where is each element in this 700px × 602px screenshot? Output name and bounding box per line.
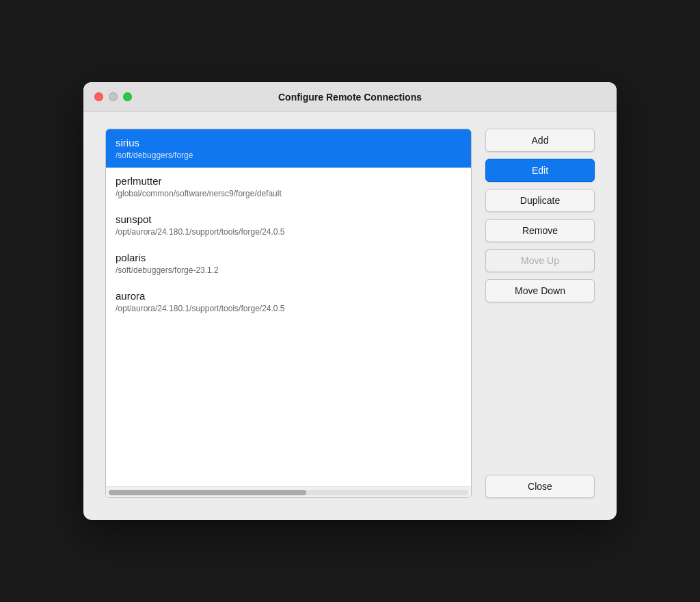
connection-name: perlmutter bbox=[116, 174, 461, 188]
list-item[interactable]: sirius /soft/debuggers/forge bbox=[106, 129, 471, 168]
connection-path: /opt/aurora/24.180.1/support/tools/forge… bbox=[116, 304, 461, 315]
scrollbar-track bbox=[109, 490, 468, 495]
duplicate-button[interactable]: Duplicate bbox=[485, 189, 595, 212]
move-up-button[interactable]: Move Up bbox=[485, 249, 595, 272]
configure-remote-connections-window: Configure Remote Connections sirius /sof… bbox=[83, 82, 617, 520]
connection-path: /global/common/software/nersc9/forge/def… bbox=[116, 189, 461, 200]
list-item[interactable]: polaris /soft/debuggers/forge-23.1.2 bbox=[106, 244, 471, 283]
minimize-window-button[interactable] bbox=[109, 92, 118, 101]
add-button[interactable]: Add bbox=[485, 129, 595, 152]
horizontal-scrollbar[interactable] bbox=[106, 486, 471, 497]
list-item[interactable]: aurora /opt/aurora/24.180.1/support/tool… bbox=[106, 283, 471, 321]
list-item[interactable]: perlmutter /global/common/software/nersc… bbox=[106, 168, 471, 206]
button-spacer bbox=[485, 309, 595, 468]
connections-list[interactable]: sirius /soft/debuggers/forge perlmutter … bbox=[106, 129, 471, 486]
remove-button[interactable]: Remove bbox=[485, 219, 595, 242]
connection-path: /soft/debuggers/forge bbox=[116, 150, 461, 161]
move-down-button[interactable]: Move Down bbox=[485, 279, 595, 302]
connections-list-container: sirius /soft/debuggers/forge perlmutter … bbox=[105, 129, 472, 498]
window-content: sirius /soft/debuggers/forge perlmutter … bbox=[83, 112, 617, 520]
title-bar: Configure Remote Connections bbox=[83, 82, 617, 112]
close-window-button[interactable] bbox=[94, 92, 103, 101]
connection-name: sirius bbox=[116, 136, 461, 150]
connection-path: /opt/aurora/24.180.1/support/tools/forge… bbox=[116, 227, 461, 238]
scrollbar-thumb bbox=[109, 490, 306, 495]
list-item[interactable]: sunspot /opt/aurora/24.180.1/support/too… bbox=[106, 206, 471, 244]
connection-name: sunspot bbox=[116, 213, 461, 226]
maximize-window-button[interactable] bbox=[123, 92, 132, 101]
connection-name: polaris bbox=[116, 251, 461, 265]
traffic-lights bbox=[94, 92, 132, 101]
buttons-panel: Add Edit Duplicate Remove Move Up Move D… bbox=[485, 129, 595, 498]
close-button[interactable]: Close bbox=[485, 475, 595, 498]
connection-path: /soft/debuggers/forge-23.1.2 bbox=[116, 265, 461, 276]
connection-name: aurora bbox=[116, 289, 461, 303]
window-title: Configure Remote Connections bbox=[278, 92, 422, 103]
edit-button[interactable]: Edit bbox=[485, 159, 595, 182]
